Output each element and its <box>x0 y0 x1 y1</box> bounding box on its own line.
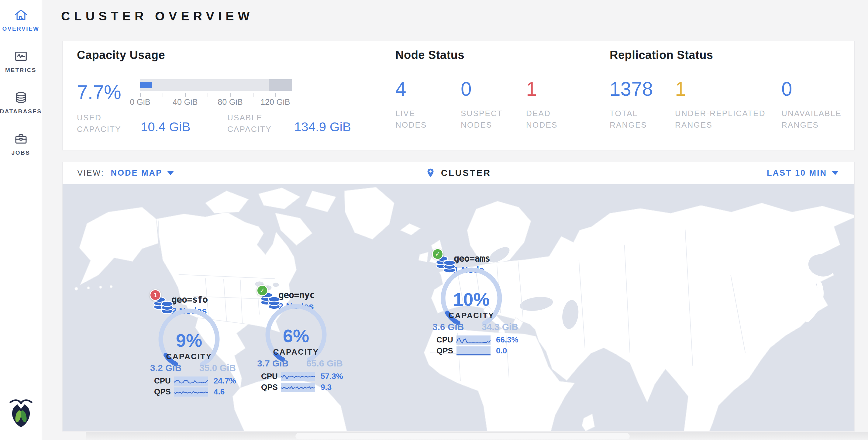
sidebar-item-databases[interactable]: DATABASES <box>0 91 42 115</box>
database-icon <box>14 91 28 104</box>
capacity-usage-title: Capacity Usage <box>77 49 395 62</box>
replication-status-title: Replication Status <box>610 49 842 62</box>
node-status-title: Node Status <box>395 49 610 62</box>
qps-sparkline <box>457 346 491 355</box>
cpu-value: 66.3% <box>496 335 519 345</box>
locality-total-capacity: 34.3 GiB <box>482 322 518 332</box>
capacity-bar-track <box>140 79 292 91</box>
gauge-percent: 9% <box>137 330 241 351</box>
view-value: NODE MAP <box>111 168 163 178</box>
locality-marker-nyc[interactable]: ✓ geo=nyc 2 Nodes <box>244 283 348 392</box>
qps-sparkline <box>174 387 208 397</box>
sidebar-item-label: DATABASES <box>0 108 42 115</box>
sidebar-item-jobs[interactable]: JOBS <box>11 132 30 156</box>
gauge-caption: CAPACITY <box>137 352 241 361</box>
cpu-label: CPU <box>436 335 454 345</box>
cpu-sparkline <box>457 336 491 345</box>
capacity-bar-reserved <box>269 79 292 91</box>
view-selector[interactable]: VIEW: NODE MAP <box>77 168 174 178</box>
cpu-sparkline <box>281 372 315 381</box>
dead-node-badge: 1 <box>150 289 161 301</box>
cpu-label: CPU <box>261 372 279 381</box>
page-title: CLUSTER OVERVIEW <box>61 9 868 23</box>
sidebar-item-overview[interactable]: OVERVIEW <box>2 8 39 32</box>
qps-label: QPS <box>261 383 279 392</box>
cpu-sparkline <box>174 376 208 386</box>
time-range-selector[interactable]: LAST 10 MIN <box>767 168 839 178</box>
gauge-caption: CAPACITY <box>420 311 523 320</box>
sidebar-item-label: METRICS <box>5 67 36 73</box>
qps-value: 9.3 <box>321 383 332 392</box>
chevron-down-icon <box>167 171 174 175</box>
dead-nodes-value: 1 <box>526 79 610 99</box>
sidebar: OVERVIEW METRICS DATABASES <box>0 0 42 440</box>
map-toolbar: VIEW: NODE MAP CLUSTER LAST 10 MIN <box>63 162 854 184</box>
locality-name: geo=nyc <box>278 290 315 300</box>
under-replicated-ranges-label: UNDER-REPLICATED RANGES <box>675 108 769 131</box>
suspect-nodes-label: SUSPECT NODES <box>461 108 509 131</box>
qps-value: 4.6 <box>214 387 225 397</box>
capacity-bar: 0 GiB40 GiB80 GiB120 GiB <box>140 79 292 105</box>
locality-used-capacity: 3.7 GiB <box>257 358 288 369</box>
cluster-overview-page: OVERVIEW METRICS DATABASES <box>0 0 868 440</box>
locality-name: geo=sfo <box>172 294 208 305</box>
capacity-usage-section: Capacity Usage 7.7% 0 GiB40 GiB80 GiB120… <box>77 49 395 150</box>
locality-total-capacity: 65.6 GiB <box>306 358 343 369</box>
used-capacity-value: 10.4 GiB <box>141 120 227 135</box>
total-ranges-stat: 1378 TOTAL RANGES <box>610 79 675 131</box>
breadcrumb-label: CLUSTER <box>441 168 491 178</box>
unavailable-ranges-label: UNAVAILABLE RANGES <box>781 108 842 131</box>
gauge-caption: CAPACITY <box>244 347 348 357</box>
locality-used-capacity: 3.6 GiB <box>432 322 464 332</box>
location-pin-icon <box>426 168 435 178</box>
horizontal-scrollbar[interactable] <box>86 432 868 440</box>
sidebar-item-label: JOBS <box>11 150 30 156</box>
total-ranges-value: 1378 <box>610 79 675 99</box>
under-replicated-ranges-value: 1 <box>675 79 781 99</box>
total-ranges-label: TOTAL RANGES <box>610 108 675 131</box>
world-map[interactable]: 1 geo=sfo 2 Nodes <box>63 184 854 431</box>
cluster-summary-panel: Capacity Usage 7.7% 0 GiB40 GiB80 GiB120… <box>62 41 855 150</box>
live-nodes-stat: 4 LIVE NODES <box>395 79 461 131</box>
chevron-down-icon <box>832 171 839 175</box>
sidebar-item-metrics[interactable]: METRICS <box>5 49 36 73</box>
cpu-value: 24.7% <box>214 376 236 386</box>
unavailable-ranges-value: 0 <box>781 79 842 99</box>
qps-label: QPS <box>154 387 172 397</box>
under-replicated-ranges-stat: 1 UNDER-REPLICATED RANGES <box>675 79 781 131</box>
suspect-nodes-stat: 0 SUSPECT NODES <box>461 79 526 131</box>
qps-label: QPS <box>436 346 454 355</box>
cockroachdb-logo <box>7 398 35 429</box>
sidebar-item-label: OVERVIEW <box>2 26 39 32</box>
view-label: VIEW: <box>77 168 104 178</box>
locality-name: geo=ams <box>454 253 490 264</box>
unavailable-ranges-stat: 0 UNAVAILABLE RANGES <box>781 79 842 131</box>
breadcrumb[interactable]: CLUSTER <box>426 168 491 178</box>
dead-nodes-label: DEAD NODES <box>526 108 575 131</box>
locality-used-capacity: 3.2 GiB <box>150 363 181 373</box>
cpu-label: CPU <box>154 376 172 386</box>
metrics-icon <box>14 49 28 63</box>
node-map-panel: VIEW: NODE MAP CLUSTER LAST 10 MIN <box>62 162 855 432</box>
qps-sparkline <box>281 383 315 392</box>
replication-status-section: Replication Status 1378 TOTAL RANGES 1 U… <box>610 49 842 150</box>
locality-total-capacity: 35.0 GiB <box>199 363 236 373</box>
suspect-nodes-value: 0 <box>461 79 526 99</box>
briefcase-icon <box>14 132 28 146</box>
used-capacity-label: USED CAPACITY <box>77 112 129 135</box>
cpu-value: 57.3% <box>321 372 343 381</box>
main-content: CLUSTER OVERVIEW Capacity Usage 7.7% 0 G… <box>43 0 868 440</box>
time-range-value: LAST 10 MIN <box>767 168 827 178</box>
home-icon <box>14 8 28 22</box>
capacity-ticks: 0 GiB40 GiB80 GiB120 GiB <box>140 91 292 105</box>
gauge-percent: 10% <box>420 289 523 310</box>
locality-marker-ams[interactable]: ✓ geo=ams 1 Node <box>420 246 523 356</box>
dead-nodes-stat: 1 DEAD NODES <box>526 79 610 131</box>
healthy-check-badge: ✓ <box>432 248 443 260</box>
live-nodes-value: 4 <box>395 79 461 99</box>
locality-marker-sfo[interactable]: 1 geo=sfo 2 Nodes <box>137 287 241 397</box>
usable-capacity-value: 134.9 GiB <box>294 120 395 135</box>
capacity-bar-used <box>140 82 152 88</box>
usable-capacity-label: USABLE CAPACITY <box>227 112 282 135</box>
scrollbar-thumb[interactable] <box>296 433 630 439</box>
